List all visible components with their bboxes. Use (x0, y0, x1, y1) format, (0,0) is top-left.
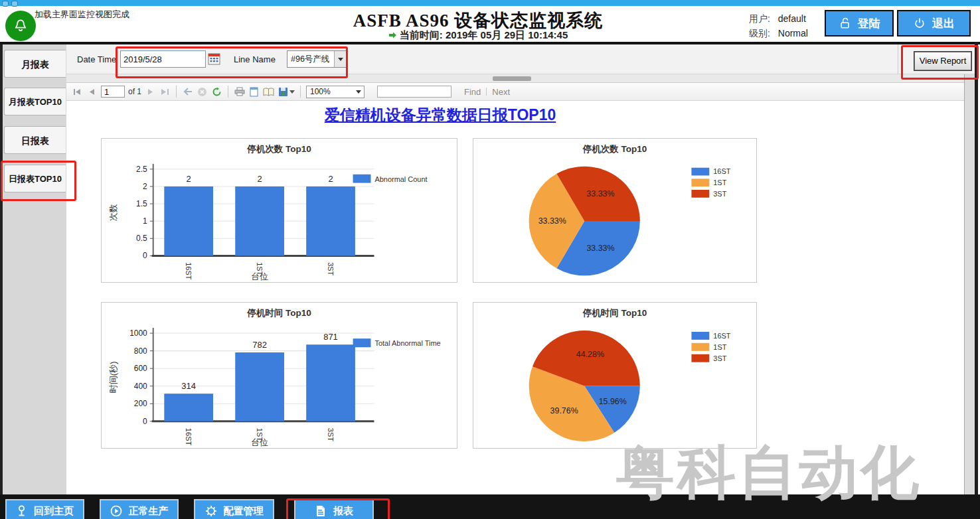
svg-text:33.33%: 33.33% (586, 189, 614, 198)
user-label: 用户: (749, 13, 770, 24)
dropdown-arrow-icon[interactable] (334, 51, 346, 67)
level-label: 级别: (749, 28, 770, 38)
page-number-input[interactable] (101, 86, 125, 98)
report-button[interactable]: 报表 (294, 499, 374, 519)
svg-text:2: 2 (187, 174, 191, 184)
view-report-button[interactable]: View Report (914, 52, 971, 70)
print-layout-icon[interactable] (248, 86, 260, 98)
svg-text:314: 314 (181, 381, 196, 391)
svg-text:0: 0 (143, 251, 147, 260)
level-row: 级别: Normal (749, 28, 808, 40)
svg-text:44.28%: 44.28% (576, 350, 604, 359)
current-time-row: 当前时间: 2019年 05月 29日 10:14:45 (266, 29, 691, 42)
zoom-value: 100% (310, 87, 331, 96)
config-button-label: 配置管理 (224, 505, 264, 518)
normal-production-button[interactable]: 正常生产 (100, 499, 179, 519)
toolbar-divider (228, 86, 228, 98)
chart-panel-stop-time-pie: 停机时间 Top10 15.96%39.76%44.28%16ST1ST3ST (473, 302, 757, 449)
sidebar-item-label: 月报表 (21, 59, 49, 70)
svg-text:2: 2 (258, 174, 262, 184)
logout-button[interactable]: 退出 (897, 10, 971, 37)
app-icon-2 (11, 1, 18, 7)
time-value: 2019年 05月 29日 10:14:45 (446, 29, 568, 40)
svg-text:400: 400 (134, 382, 147, 391)
last-page-icon[interactable] (159, 86, 171, 98)
home-button-label: 回到主页 (34, 505, 74, 518)
config-button[interactable]: 配置管理 (194, 499, 274, 519)
logout-button-label: 退出 (932, 16, 955, 31)
export-icon[interactable] (278, 86, 295, 98)
svg-text:1000: 1000 (129, 329, 147, 338)
user-row: 用户: default (749, 13, 806, 25)
svg-text:台位: 台位 (251, 271, 268, 281)
user-value: default (778, 13, 806, 24)
login-button[interactable]: 登陆 (825, 10, 894, 37)
bar-chart-abnormal-time: 0200400600800100031416ST7821ST8713ST台位时间… (102, 323, 457, 448)
page-of-label: of 1 (128, 87, 141, 96)
pie-chart-abnormal-time: 15.96%39.76%44.28%16ST1ST3ST (473, 323, 756, 448)
date-input[interactable] (120, 50, 206, 68)
report-title-link[interactable]: 爱信精机设备异常数据日报TOP10 (66, 105, 814, 125)
svg-text:16ST: 16ST (185, 262, 193, 279)
svg-text:3ST: 3ST (327, 428, 335, 442)
svg-text:0: 0 (143, 417, 147, 426)
svg-text:2: 2 (328, 174, 333, 184)
vertical-scrollbar[interactable] (964, 74, 975, 494)
export-dropdown-caret[interactable] (289, 90, 295, 94)
pie-chart-abnormal-count: 33.33%33.33%33.33%16ST1ST3ST (473, 159, 756, 282)
app-window: 加载主界面监控视图完成 ASFB AS96 设备状态监视系统 当前时间: 201… (0, 0, 980, 519)
find-link[interactable]: Find (464, 87, 481, 97)
zoom-select[interactable]: 100% (306, 86, 365, 98)
bar-chart-abnormal-count: 00.511.522.5216ST21ST23ST台位次数Abnormal Co… (102, 159, 457, 282)
prev-page-icon[interactable] (86, 86, 98, 98)
chart-panel-stop-count-pie: 停机次数 Top10 33.33%33.33%33.33%16ST1ST3ST (473, 138, 757, 283)
page-setup-icon[interactable] (263, 86, 274, 98)
normal-production-label: 正常生产 (129, 505, 169, 518)
chart-panel-stop-time-bar: 停机时间 Top10 0200400600800100031416ST7821S… (101, 302, 457, 449)
chart-title: 停机次数 Top10 (102, 139, 457, 159)
print-icon[interactable] (234, 86, 245, 98)
find-next-divider (486, 88, 487, 96)
time-label: 当前时间: (400, 29, 443, 40)
calendar-icon[interactable] (208, 52, 220, 68)
svg-text:600: 600 (134, 364, 147, 373)
next-link[interactable]: Next (492, 87, 510, 97)
chart-panel-stop-count-bar: 停机次数 Top10 00.511.522.5216ST21ST23ST台位次数… (101, 138, 457, 283)
play-icon (110, 505, 122, 517)
window-titlebar (0, 0, 980, 6)
find-input[interactable] (377, 86, 451, 98)
svg-text:台位: 台位 (251, 437, 268, 447)
left-window-edge (0, 44, 3, 494)
svg-text:时间(秒): 时间(秒) (108, 361, 118, 393)
chart-title: 停机时间 Top10 (473, 303, 756, 323)
sidebar-item-monthly-top10[interactable]: 月报表TOP10 (4, 88, 66, 115)
sidebar-item-daily-report[interactable]: 日报表 (4, 126, 66, 154)
sidebar-item-daily-top10[interactable]: 日报表TOP10 (4, 165, 66, 192)
alarm-bell-button[interactable] (5, 11, 36, 41)
line-name-label: Line Name (234, 54, 276, 64)
svg-text:782: 782 (252, 340, 267, 350)
report-viewer-toolbar: of 1 100% Find Next (66, 83, 964, 101)
back-icon[interactable] (182, 86, 193, 98)
unlock-icon (839, 17, 852, 30)
svg-text:16ST: 16ST (713, 168, 731, 176)
gear-icon (205, 505, 217, 517)
sidebar-item-label: 日报表 (21, 135, 49, 146)
svg-text:200: 200 (134, 399, 147, 408)
refresh-icon[interactable] (211, 86, 222, 98)
svg-text:15.96%: 15.96% (599, 397, 627, 406)
date-label: Date Time (77, 54, 116, 64)
next-page-icon[interactable] (145, 86, 156, 98)
watermark: 粤科自动化 (616, 443, 922, 502)
splitter-handle[interactable] (493, 76, 531, 81)
svg-text:0.5: 0.5 (136, 234, 147, 243)
svg-text:3ST: 3ST (327, 262, 335, 275)
line-name-select[interactable]: #96号产线 (287, 50, 347, 68)
login-button-label: 登陆 (858, 16, 880, 31)
cancel-icon[interactable] (197, 86, 208, 98)
svg-text:33.33%: 33.33% (538, 216, 566, 226)
first-page-icon[interactable] (72, 86, 83, 98)
home-button[interactable]: 回到主页 (5, 499, 84, 519)
right-window-edge (975, 42, 978, 519)
sidebar-item-monthly-report[interactable]: 月报表 (4, 50, 66, 78)
